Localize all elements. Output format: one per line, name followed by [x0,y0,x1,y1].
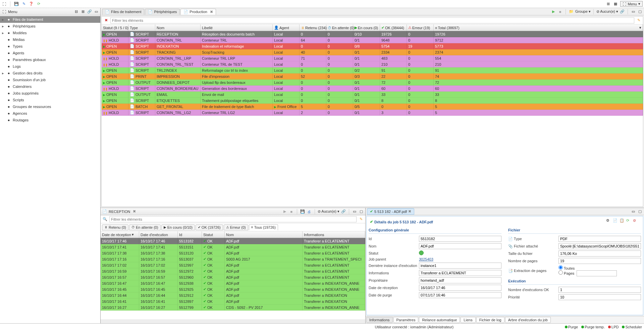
col-nom[interactable]: Nom [155,24,201,31]
col-id[interactable]: Id [178,231,202,238]
close-icon[interactable]: ✖ [210,10,213,14]
field-purge[interactable] [419,292,501,298]
tree-item[interactable]: ●Logs [0,63,100,70]
refresh-icon[interactable]: ⟳ [36,1,41,7]
col-date-reception[interactable]: Date de réception ▾ [101,231,139,238]
col-statut[interactable]: Statut (9 / 5 / 0) [102,24,128,31]
details-subtab[interactable]: Paramètres [393,317,419,323]
status-tab[interactable]: ⏱En attente (0) [129,224,161,230]
col-statut-job[interactable]: Statut [202,231,225,238]
collapse-icon[interactable]: ⊟ [73,9,79,14]
close-details-icon[interactable]: ✖ [408,209,411,214]
tree-item[interactable]: ●Médias [0,36,100,43]
h-scrollbar[interactable] [101,319,365,323]
grid-icon[interactable]: ⊞ [605,1,611,7]
col-type[interactable]: Type [128,24,155,31]
details-subtab[interactable]: Liens [461,317,475,323]
main-tab[interactable]: 📄Files de traitement [102,9,144,15]
radio-pages[interactable]: Pages [558,271,574,275]
col-date-exec[interactable]: Date d'exécution [139,231,178,238]
tree-item[interactable]: ▸●Modèles [0,30,100,36]
r-save-icon[interactable]: 💾 [300,209,305,214]
d-refresh-icon[interactable]: ⟳ [626,218,632,224]
d-max-icon[interactable]: ▢ [637,209,643,214]
job-row[interactable]: 16/10/17 17:0216/10/17 17:025512997✔ OKA… [101,262,365,268]
app-icon[interactable]: ⛶ [1,1,7,7]
tree-item[interactable]: ●Agents [0,50,100,56]
job-row[interactable]: 16/10/17 16:4716/10/17 16:475512938✔ OKA… [101,280,365,286]
d-min-icon[interactable]: ▭ [631,209,636,214]
r-stop-icon[interactable]: ■ [289,209,294,214]
col-info[interactable]: Informations [303,231,365,238]
prod-row[interactable]: HOLD📄SCRIPTCONTAIN_BORDEREAUGeneration d… [102,86,643,92]
tree-item[interactable]: ●Routages [0,117,100,123]
status-tab[interactable]: ⏸Retenu (0) [102,224,128,230]
status-tab[interactable]: ▶En cours (0/10) [161,224,195,230]
prod-row[interactable]: OPEN📄PRINTIMPRESSIONFile d'impressionLoc… [102,73,643,79]
d-doc-icon[interactable]: 📄 [613,218,618,224]
field-pages[interactable] [558,258,641,264]
field-type[interactable] [558,236,641,242]
job-row[interactable]: 16/10/17 16:5916/10/17 16:595512972✔ OKA… [101,268,365,274]
field-nom[interactable] [419,243,501,249]
status-purge[interactable]: Purge [565,325,578,329]
tree-item[interactable]: ●Scripts [0,97,100,103]
prod-row[interactable]: OPEN📄OUTPUTDONNEES_DEPOTUpload ftp des b… [102,79,643,86]
tree-item[interactable]: ●Types [0,43,100,50]
r-link-icon[interactable]: 🔗 [341,209,346,214]
main-tab[interactable]: 📄Production✖ [180,9,216,15]
clear-filter-icon[interactable]: ✖ [103,17,109,23]
status-tab[interactable]: ≡Tous (19726) [249,224,278,230]
status-tab[interactable]: ⚠Erreur (0) [224,224,248,230]
status-scheduler[interactable]: Scheduler [622,325,642,329]
tree-item[interactable]: ●Jobs supprimés [0,90,100,97]
field-prio[interactable] [558,294,641,300]
job-row[interactable]: 16/10/17 17:4616/10/17 17:465513182✔ OKA… [101,238,365,244]
details-tab[interactable]: ✔ 5 513 182 - ADF.pdf ✖ [367,208,414,215]
link2-icon[interactable]: 🔗 [620,9,625,14]
stop-icon[interactable]: ■ [557,9,563,14]
r-play-icon[interactable]: ▶ [282,209,287,214]
col-libelle[interactable]: Libellé [201,24,273,31]
max-panel-icon[interactable]: ▢ [637,9,643,14]
edit-icon[interactable]: ✎ [21,1,26,7]
tree-item[interactable]: ●Soumission d'un job [0,76,100,83]
prod-row[interactable]: HOLD📄SCRIPTCONTAIN_TRL_LRPConteneur TRL … [102,55,643,61]
field-prop[interactable] [419,277,501,283]
menu-toggle-button[interactable]: ⛶ Menu ▾ [620,1,643,7]
status-lpd[interactable]: LPD [608,325,619,329]
col-nom-job[interactable]: Nom [225,231,303,238]
job-row[interactable]: 16/10/17 16:4416/10/17 16:445512912✔ OKA… [101,292,365,298]
prod-row[interactable]: OPEN📄SCRIPTETIQUETTESTraitement publipos… [102,98,643,104]
prod-row[interactable]: OPEN📄BATCHGET_FRONTALFile de traitement … [102,104,643,110]
job-row[interactable]: 16/10/17 16:4516/10/17 16:455512925✔ OKA… [101,286,365,292]
prod-row[interactable]: HOLD📄SCRIPTCONTAIN_TRL_LG2Conteneur TRL … [102,110,643,116]
field-execok[interactable] [558,287,641,293]
prod-row[interactable]: OPEN📄SCRIPTTRACKINGScopTrackingLocal4000… [102,49,643,55]
tree-item[interactable]: ●Agences [0,110,100,117]
d-gear-icon[interactable]: ⚙ [606,218,611,224]
expand-icon[interactable]: ⊞ [80,9,86,14]
job-row[interactable]: 16/10/17 16:4116/10/17 16:415512897✔ OKA… [101,298,365,305]
tree-item[interactable]: ▸●Files de traitement [0,16,100,23]
field-instance[interactable] [419,263,501,269]
r-print-icon[interactable]: 🖨 [307,209,312,214]
job-row[interactable]: 16/10/17 16:5716/10/17 16:575512960✔ OKA… [101,274,365,280]
prod-row[interactable]: OPEN📄SCRIPTTRL2INDEXReformatage csv trl … [102,67,643,73]
groupe-dropdown[interactable]: Groupe ▾ [575,9,591,14]
r-aucune-dropdown[interactable]: ⊘ Aucun(e) ▾ [318,209,339,214]
d-copy-icon[interactable]: 📋 [620,218,625,224]
r-clear-filter-icon[interactable]: 🔍 [102,216,108,222]
save-icon[interactable]: 💾 [14,1,19,7]
filter-input[interactable] [110,17,634,23]
layout-icon[interactable]: ▦ [613,1,618,7]
parent-link[interactable]: 3025403 [419,257,433,261]
min-panel-icon[interactable]: ▭ [631,9,636,14]
status-tab[interactable]: ✔OK (19726) [196,224,223,230]
tree-item[interactable]: ●Paramètres globaux [0,56,100,63]
job-row[interactable]: 16/10/17 17:3816/10/17 17:385513120✔ OKA… [101,250,365,256]
radio-toutes[interactable]: Toutes [558,266,575,270]
prod-row[interactable]: HOLD📄SCRIPTCONTAIN_TRL_TESTConteneur TRL… [102,61,643,67]
prod-row[interactable]: OPEN📄OUTPUTEMAILEnvoi de mailLocal000/13… [102,92,643,98]
prod-row[interactable]: HOLD📄SCRIPTCONTAIN_TRLConteneur TRLLocal… [102,37,643,43]
